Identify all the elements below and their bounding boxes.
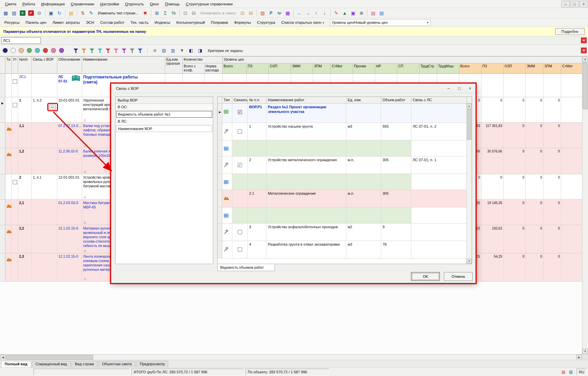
dialog-close-button[interactable]: ×: [465, 85, 475, 92]
panel-button-9[interactable]: Поправки: [208, 19, 231, 26]
vertical-scroll-thumb[interactable]: [583, 62, 588, 109]
cancel-button[interactable]: Отмена: [444, 272, 473, 281]
funnel-red-icon[interactable]: [106, 48, 111, 53]
move-up-icon[interactable]: ↑: [312, 9, 320, 17]
vor-link-browse-button[interactable]: ...: [49, 105, 56, 110]
delete-row-icon[interactable]: ✖: [141, 9, 149, 17]
dialog-scroll-down-button[interactable]: ▼: [467, 259, 472, 264]
vor-item-os[interactable]: Ведомость объемов работ №1: [116, 111, 212, 118]
status-book-blue-icon[interactable]: ▤: [568, 369, 574, 375]
window-maximize-button[interactable]: □: [570, 1, 579, 7]
left-panel-icon[interactable]: ◧: [188, 48, 194, 54]
vor-table-row[interactable]: 4Разработка грунта в отвал экскаваторами…: [218, 241, 467, 258]
view-tab-4[interactable]: Объектная смета: [98, 361, 135, 367]
view-tab-2[interactable]: Сокращенный вид: [32, 361, 71, 367]
panel-button-6[interactable]: Тех. часть: [127, 19, 152, 26]
panel-button-2[interactable]: Панель цен: [22, 19, 49, 26]
close-estimate-button[interactable]: ✕: [581, 38, 587, 43]
totals-icon[interactable]: Σ: [161, 9, 169, 17]
indent-icon[interactable]: →: [304, 9, 312, 17]
column-chooser-icon[interactable]: ▥: [170, 48, 176, 54]
horizontal-scrollbar[interactable]: ◀ ▶: [0, 354, 582, 360]
window-minimize-button[interactable]: –: [561, 1, 570, 7]
filter-green-circle[interactable]: [27, 48, 32, 53]
estimate-name-input[interactable]: [1, 37, 41, 44]
filter-navy-circle[interactable]: [3, 48, 8, 53]
filter-white-circle[interactable]: [11, 48, 16, 53]
no-filter-icon[interactable]: ⊗: [152, 48, 158, 54]
funnel-navy-icon[interactable]: [73, 48, 78, 53]
approve-checkbox[interactable]: [13, 79, 17, 84]
menu-item-3[interactable]: Информация: [38, 1, 68, 7]
move-row-icon[interactable]: ⇅: [79, 9, 87, 17]
filter-cyan-circle[interactable]: [35, 48, 40, 53]
view-tab-3[interactable]: Вид строки: [71, 361, 98, 367]
vor-table-row[interactable]: [218, 174, 467, 190]
details-button[interactable]: Подробно: [555, 28, 585, 35]
image-icon[interactable]: ▣: [349, 9, 357, 17]
approve-checkbox[interactable]: [13, 180, 17, 184]
view-tab-1[interactable]: Полный вид: [1, 361, 31, 367]
vor-item-ls[interactable]: Наименование ВОР: [116, 125, 212, 132]
ok-button[interactable]: ОК: [411, 272, 440, 281]
vor-table-row[interactable]: [218, 207, 467, 224]
panel-button-4[interactable]: ЭСН: [83, 19, 97, 26]
scroll-right-button[interactable]: ▶: [576, 355, 582, 360]
new-estimate-icon[interactable]: ▦: [2, 9, 10, 17]
add-position-icon[interactable]: ⊞: [153, 9, 161, 17]
menu-item-1[interactable]: Смета: [2, 1, 19, 7]
funnel-teal-icon[interactable]: [98, 48, 103, 53]
menu-item-8[interactable]: Помощь: [162, 1, 183, 7]
dialog-scroll-thumb[interactable]: [467, 109, 471, 140]
menu-item-7[interactable]: Окно: [147, 1, 162, 7]
menu-item-5[interactable]: Настройки: [97, 1, 122, 7]
funnel-blue-icon[interactable]: [138, 48, 143, 53]
clipboard-paste-icon[interactable]: ⊟: [247, 9, 255, 17]
refresh-icon[interactable]: ↻: [55, 9, 63, 17]
panel-button-5[interactable]: Состав работ: [97, 19, 127, 26]
estimate-structure-icon[interactable]: ▧: [10, 9, 18, 17]
funnel-gray-icon[interactable]: [130, 48, 135, 53]
vor-table-row[interactable]: ✓2Устройство металлического ограждениям.…: [218, 156, 467, 174]
reports-pink-icon[interactable]: ▤: [369, 9, 377, 17]
menu-item-2[interactable]: Работа: [19, 1, 38, 7]
notes-icon[interactable]: ✎: [332, 9, 340, 17]
vor-table-row[interactable]: [218, 140, 467, 156]
outdent-icon[interactable]: ←: [295, 9, 303, 17]
copy-icon[interactable]: ⊡: [181, 9, 189, 17]
scroll-left-button[interactable]: ◀: [0, 355, 6, 360]
row-groups-icon[interactable]: ▤: [161, 48, 167, 54]
window-close-button[interactable]: ×: [579, 1, 588, 7]
filter-purple-circle[interactable]: [59, 48, 64, 53]
scroll-down-button[interactable]: ▼: [582, 349, 588, 354]
price-level-combo[interactable]: Уровень цен/Новый уровень цен▾: [330, 19, 430, 26]
move-down-icon[interactable]: ↓: [320, 9, 329, 17]
funnel-orange-icon[interactable]: [81, 48, 86, 53]
approve-checkbox[interactable]: [13, 103, 17, 107]
save-icon[interactable]: ▣: [47, 9, 55, 17]
vor-table-row[interactable]: ▶✓ВОР.Р1Раздел №1 Проект организации зем…: [218, 104, 467, 123]
filter-builder-icon[interactable]: ▼: [179, 48, 185, 54]
funnel-pink-icon[interactable]: [114, 48, 119, 53]
preview-icon[interactable]: ⊙: [35, 9, 43, 17]
excel-export-icon[interactable]: X: [18, 9, 26, 17]
chart-icon[interactable]: ▲: [341, 9, 349, 17]
filter-orange-circle[interactable]: [19, 48, 24, 53]
dialog-minimize-button[interactable]: –: [443, 85, 454, 92]
funnel-purple-icon[interactable]: [122, 48, 127, 53]
coefficients-icon[interactable]: %: [170, 9, 178, 17]
panel-button-3[interactable]: Лимит. затраты: [49, 19, 82, 26]
filter-pink-circle[interactable]: [51, 48, 56, 53]
link-checkbox[interactable]: [238, 247, 242, 252]
status-book-red-icon[interactable]: ▤: [561, 369, 567, 375]
export-document-icon[interactable]: ▤: [67, 9, 75, 17]
close-filter-button[interactable]: ✕: [581, 48, 587, 53]
vertical-scrollbar[interactable]: ▲ ▼: [582, 56, 588, 354]
menu-item-9[interactable]: Структурные справочники: [183, 1, 236, 7]
ruble-price-icon[interactable]: Р: [267, 9, 275, 17]
vor-table-row[interactable]: 2.1Металлическое ограждением.п.305: [218, 190, 467, 207]
menu-item-4[interactable]: Справочники: [68, 1, 97, 7]
reports-blue-icon[interactable]: ▤: [377, 9, 386, 17]
combo-dropdown-icon[interactable]: ▾: [427, 21, 428, 24]
dialog-maximize-button[interactable]: □: [454, 85, 465, 92]
